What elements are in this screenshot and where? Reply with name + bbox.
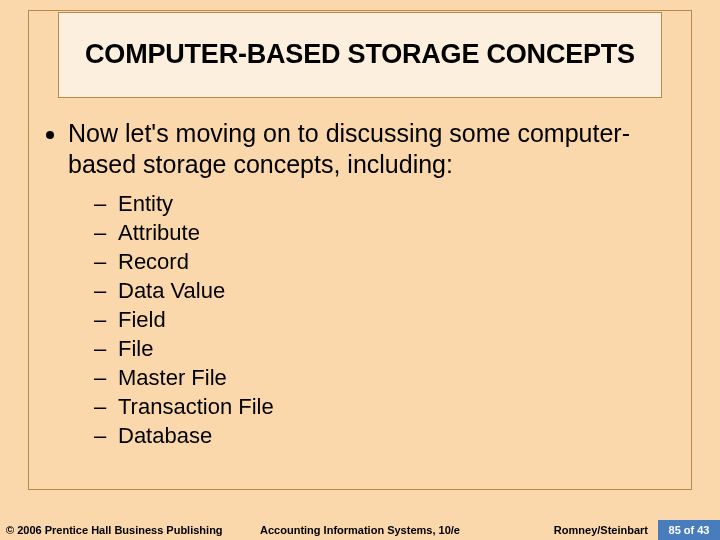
list-item-label: Master File <box>118 365 227 391</box>
list-item-label: Transaction File <box>118 394 274 420</box>
list-item: –File <box>94 336 666 362</box>
dash-icon: – <box>94 336 118 362</box>
slide-body: Now let's moving on to discussing some c… <box>46 118 666 452</box>
list-item-label: Record <box>118 249 189 275</box>
list-item-label: Attribute <box>118 220 200 246</box>
title-box: COMPUTER-BASED STORAGE CONCEPTS <box>58 12 662 98</box>
list-item: –Record <box>94 249 666 275</box>
list-item-label: File <box>118 336 153 362</box>
intro-text: Now let's moving on to discussing some c… <box>68 118 666 181</box>
bullet-icon <box>46 131 54 139</box>
dash-icon: – <box>94 220 118 246</box>
footer-authors: Romney/Steinbart <box>554 524 648 536</box>
list-item: –Data Value <box>94 278 666 304</box>
bullet-item: Now let's moving on to discussing some c… <box>46 118 666 181</box>
dash-icon: – <box>94 423 118 449</box>
dash-icon: – <box>94 394 118 420</box>
sub-list: –Entity –Attribute –Record –Data Value –… <box>94 191 666 449</box>
list-item: –Entity <box>94 191 666 217</box>
dash-icon: – <box>94 307 118 333</box>
list-item-label: Data Value <box>118 278 225 304</box>
list-item-label: Field <box>118 307 166 333</box>
slide-title: COMPUTER-BASED STORAGE CONCEPTS <box>85 38 635 72</box>
page-number: 85 of 43 <box>658 520 720 540</box>
list-item-label: Entity <box>118 191 173 217</box>
list-item: –Database <box>94 423 666 449</box>
dash-icon: – <box>94 191 118 217</box>
list-item: –Master File <box>94 365 666 391</box>
list-item: –Attribute <box>94 220 666 246</box>
list-item: –Field <box>94 307 666 333</box>
dash-icon: – <box>94 365 118 391</box>
footer: © 2006 Prentice Hall Business Publishing… <box>0 518 720 540</box>
dash-icon: – <box>94 249 118 275</box>
list-item: –Transaction File <box>94 394 666 420</box>
dash-icon: – <box>94 278 118 304</box>
list-item-label: Database <box>118 423 212 449</box>
